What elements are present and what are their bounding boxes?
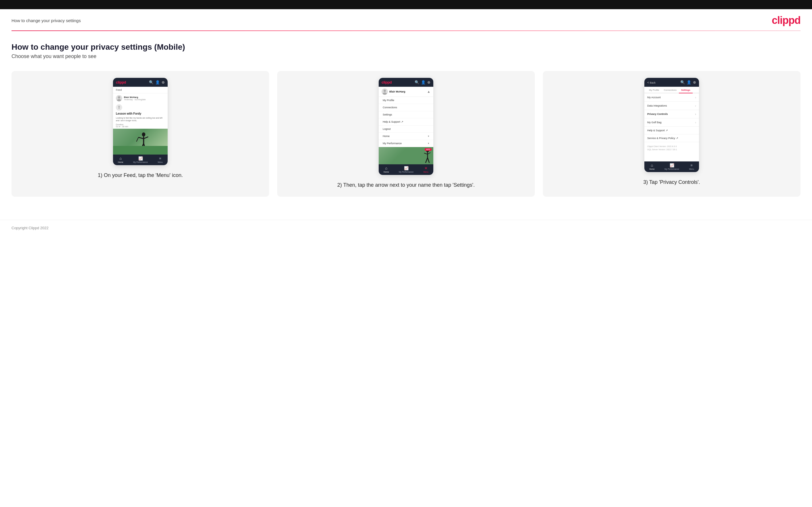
main-content: How to change your privacy settings (Mob… [0,31,812,214]
menu-item-help: Help & Support ↗ [379,118,433,125]
performance-icon-2: 📈 [404,166,409,170]
menu-item-my-profile: My Profile [379,97,433,104]
page-subheading: Choose what you want people to see [11,53,801,59]
bottom-home-1: ⌂ Home [118,156,123,163]
phone-nav-icons-2: 🔍 👤 ⊕ [415,80,430,84]
svg-point-4 [142,132,146,136]
settings-my-golf-bag[interactable]: My Golf Bag › [644,118,699,127]
search-icon: 🔍 [149,80,154,84]
menu-item-connections: Connections [379,104,433,111]
menu-item-logout: Logout [379,125,433,133]
close-label-2: Menu [423,171,428,173]
footer: Copyright Clippd 2022 [0,220,812,236]
footer-line-2: GQL Server Version: 2022.7.30-1 [647,148,696,151]
home-nav-arrow: ▾ [428,135,429,137]
phone-bottom-nav-1: ⌂ Home 📈 My Performance ≡ Menu [113,155,168,165]
svg-line-19 [427,158,429,163]
bottom-performance-3: 📈 My Performance [664,163,679,170]
dropdown-arrow-2: ▲ [427,90,430,94]
phone-nav-2: clippd 🔍 👤 ⊕ [379,78,433,87]
golf-image-1 [113,129,168,155]
svg-line-18 [425,158,427,163]
phone-bottom-nav-3: ⌂ Home 📈 My Performance ≡ Menu [644,161,699,172]
data-integrations-label: Data Integrations [647,104,667,107]
user-sub-1: Yesterday · Sunningdale [124,99,146,101]
settings-privacy-controls[interactable]: Privacy Controls › [644,110,699,118]
performance-icon-1: 📈 [138,156,143,161]
top-bar [0,0,812,9]
clippd-logo: clippd [772,14,801,26]
svg-line-16 [424,153,427,154]
menu-item-settings: Settings [379,111,433,118]
close-icon-2: ✕ [424,166,427,170]
menu-icon-3: ≡ [691,163,693,167]
golf-avatar [116,104,122,111]
tab-settings[interactable]: Settings [679,87,693,93]
menu-label-1: Menu [158,161,163,163]
phone-back-bar: < Back 🔍 👤 ⊕ [644,78,699,87]
golf-bg-2: APP [379,147,433,164]
phone-feed-header: Feed [113,87,168,93]
feed-label: Feed [116,89,122,91]
performance-nav-arrow: ▾ [428,142,429,145]
settings-icon-2: ⊕ [427,80,430,84]
phone-nav-icons-3: 🔍 👤 ⊕ [680,80,696,84]
performance-label-2: My Performance [399,171,413,173]
home-label-1: Home [118,161,123,163]
svg-rect-11 [113,146,168,155]
settings-my-account[interactable]: My Account › [644,93,699,102]
step-card-1: clippd 🔍 👤 ⊕ Feed [11,71,269,197]
user-left-2: Blair McHarg [382,89,405,95]
header: How to change your privacy settings clip… [0,9,812,26]
trees-svg [113,146,168,155]
performance-label-3: My Performance [664,168,679,170]
settings-data-integrations[interactable]: Data Integrations › [644,102,699,110]
steps-row: clippd 🔍 👤 ⊕ Feed [11,71,801,197]
settings-service-privacy[interactable]: Service & Privacy Policy ↗ [644,134,699,142]
menu-label-3: Menu [689,168,694,170]
duration-label: Duration [116,123,123,125]
tab-my-profile[interactable]: My Profile [647,87,662,93]
settings-icon-3: ⊕ [693,80,696,84]
privacy-controls-chevron: › [695,112,696,116]
step-caption-1: 1) On your Feed, tap the 'Menu' icon. [98,171,183,179]
phone-mockup-2: clippd 🔍 👤 ⊕ [379,78,433,175]
back-chevron: < [647,81,649,84]
search-icon-3: 🔍 [680,80,685,84]
svg-line-10 [137,137,139,142]
svg-point-2 [118,106,120,107]
page-heading: How to change your privacy settings (Mob… [11,43,801,52]
svg-line-6 [139,137,144,139]
home-icon-1: ⌂ [119,156,121,161]
settings-help-support[interactable]: Help & Support ↗ [644,127,699,134]
home-icon-2: ⌂ [385,166,387,170]
user-icon: 👤 [155,80,160,84]
user-icon-3: 👤 [687,80,691,84]
phone-duration: Duration 01 hr : 30 min [113,122,168,129]
bottom-home-2: ⌂ Home [384,166,389,173]
privacy-controls-label: Privacy Controls [647,113,668,115]
menu-icon-1: ≡ [159,156,161,161]
lesson-title: Lesson with Fordy [113,111,168,116]
svg-point-1 [117,99,121,101]
lesson-desc: Looking to feel like my hands are exitin… [113,116,168,122]
settings-icon: ⊕ [162,80,165,84]
spacer-3 [644,153,699,161]
phone-logo-1: clippd [116,80,126,84]
bottom-close-2: ✕ Menu [423,166,428,173]
svg-rect-3 [118,107,119,109]
search-icon-2: 🔍 [415,80,419,84]
user-name-1: Blair McHarg [124,96,146,99]
home-label-3: Home [649,168,655,170]
step-caption-3: 3) Tap 'Privacy Controls'. [643,178,700,186]
phone-user-row: Blair McHarg Yesterday · Sunningdale [113,93,168,103]
menu-item-home-nav: Home ▾ [379,133,433,140]
phone-mockup-3: < Back 🔍 👤 ⊕ My Profile Connections Sett… [644,78,699,172]
performance-label-1: My Performance [133,161,148,163]
golfer-svg-2 [422,149,433,164]
tab-connections[interactable]: Connections [662,87,679,93]
bottom-performance-1: 📈 My Performance [133,156,148,163]
service-privacy-label: Service & Privacy Policy ↗ [647,137,678,139]
svg-point-0 [118,96,120,99]
phone-menu-overlay: My Profile Connections Settings Help & S… [379,97,433,164]
